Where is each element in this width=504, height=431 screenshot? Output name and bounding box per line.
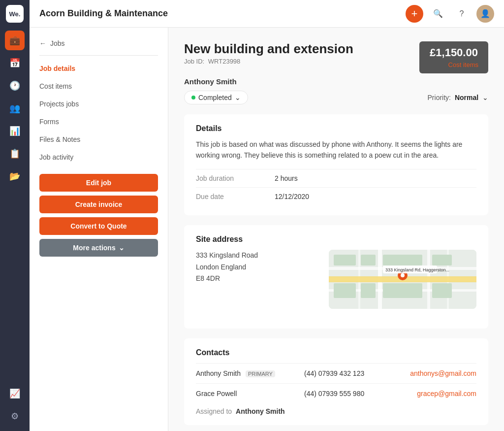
sidebar-item-files-notes[interactable]: Files & Notes (30, 131, 168, 148)
nav-chart[interactable]: 📊 (5, 121, 25, 141)
contacts-section: Contacts Anthony Smith PRIMARY (44) 0793… (184, 338, 488, 425)
svg-text:333 Kingsland Rd, Haggerston..: 333 Kingsland Rd, Haggerston... (385, 267, 449, 272)
svg-point-18 (401, 273, 405, 277)
job-id-value: WRT23998 (208, 58, 241, 65)
svg-rect-11 (383, 255, 422, 265)
svg-rect-9 (334, 255, 356, 265)
sidebar-item-job-details[interactable]: Job details (30, 60, 168, 77)
cost-items-link[interactable]: Cost items (429, 61, 478, 68)
priority-chevron-icon[interactable]: ⌄ (482, 94, 488, 101)
contact-row-0: Anthony Smith PRIMARY (44) 07939 432 123… (196, 363, 476, 383)
svg-rect-12 (432, 255, 452, 265)
site-line3: E8 4DR (196, 273, 317, 285)
due-date-value: 12/12/2020 (275, 193, 309, 200)
site-address-title: Site address (196, 235, 476, 244)
nav-briefcase[interactable]: 💼 (5, 31, 25, 50)
nav-table[interactable]: 📂 (5, 166, 25, 186)
due-date-label: Due date (196, 193, 275, 200)
back-label: Jobs (50, 39, 65, 47)
contacts-title: Contacts (196, 348, 476, 357)
contact-email-1[interactable]: gracep@gmail.com (417, 390, 476, 398)
contact-phone-0: (44) 07939 432 123 (304, 369, 410, 377)
contact-row-1: Grace Powell (44) 07939 555 980 gracep@g… (196, 383, 476, 403)
help-button[interactable]: ? (453, 5, 471, 23)
status-dot (191, 96, 195, 99)
status-label: Completed (198, 94, 232, 101)
svg-rect-16 (432, 283, 452, 298)
sidebar-item-job-activity[interactable]: Job activity (30, 148, 168, 166)
site-line2: London England (196, 262, 317, 273)
job-title: New building and extension (184, 41, 353, 57)
top-header: Acorn Building & Maintenance + 🔍 ? 👤 (30, 0, 504, 28)
more-actions-button[interactable]: More actions ⌄ (39, 239, 158, 257)
site-map[interactable]: 333 Kingsland Rd, Haggerston... (329, 250, 476, 309)
site-address-section: Site address 333 Kingsland Road London E… (184, 225, 488, 329)
nav-graph[interactable]: 📈 (5, 384, 25, 403)
sidebar-actions: Edit job Create invoice Convert to Quote… (30, 166, 168, 265)
search-button[interactable]: 🔍 (429, 5, 447, 23)
sidebar-item-forms[interactable]: Forms (30, 113, 168, 131)
svg-rect-10 (361, 255, 376, 265)
job-assignee: Anthony Smith (184, 77, 488, 86)
nav-settings[interactable]: ⚙ (5, 406, 25, 426)
status-priority-row: Completed ⌄ Priority: Normal ⌄ (184, 91, 488, 104)
cost-amount: £1,150.00 (429, 46, 478, 59)
convert-to-quote-button[interactable]: Convert to Quote (39, 217, 158, 235)
more-actions-label: More actions (73, 244, 115, 252)
site-line1: 333 Kingsland Road (196, 250, 317, 262)
user-avatar[interactable]: 👤 (476, 5, 494, 23)
status-chevron-icon: ⌄ (235, 94, 241, 101)
contact-badge-0: PRIMARY (246, 370, 275, 377)
assigned-text: Assigned to Anthony Smith (196, 407, 476, 415)
priority-label: Priority: (428, 94, 451, 101)
nav-calendar[interactable]: 📅 (5, 53, 25, 73)
back-to-jobs[interactable]: ← Jobs (30, 35, 168, 51)
app-title: Acorn Building & Maintenance (39, 8, 400, 19)
contact-email-0[interactable]: anthonys@gmail.com (410, 369, 476, 377)
app-logo: We. (6, 5, 24, 23)
contact-name-0: Anthony Smith PRIMARY (196, 369, 304, 377)
nav-list[interactable]: 📋 (5, 144, 25, 164)
contact-name-1: Grace Powell (196, 390, 304, 398)
details-section: Details This job is based on what was di… (184, 114, 488, 215)
svg-rect-13 (334, 283, 356, 298)
priority-row: Priority: Normal ⌄ (428, 94, 488, 101)
job-header: New building and extension Job ID: WRT23… (184, 41, 488, 73)
priority-value: Normal (455, 94, 478, 101)
back-arrow-icon: ← (39, 39, 46, 47)
duration-row: Job duration 2 hours (196, 169, 476, 187)
nav-clock[interactable]: 🕐 (5, 76, 25, 96)
due-date-row: Due date 12/12/2020 (196, 187, 476, 205)
details-description: This job is based on what was discussed … (196, 139, 476, 161)
main-content: New building and extension Job ID: WRT23… (168, 0, 504, 431)
nav-users[interactable]: 👥 (5, 99, 25, 118)
svg-rect-14 (361, 283, 376, 298)
edit-job-button[interactable]: Edit job (39, 174, 158, 192)
assigned-name: Anthony Smith (236, 407, 285, 415)
sidebar-item-projects-jobs[interactable]: Projects jobs (30, 95, 168, 113)
details-title: Details (196, 124, 476, 133)
chevron-down-icon: ⌄ (119, 244, 125, 252)
contact-phone-1: (44) 07939 555 980 (304, 390, 417, 398)
site-section: 333 Kingsland Road London England E8 4DR (196, 250, 476, 309)
duration-value: 2 hours (275, 174, 298, 182)
duration-label: Job duration (196, 174, 275, 182)
add-button[interactable]: + (406, 5, 423, 23)
sidebar-divider (39, 55, 158, 56)
left-sidebar: ← Jobs Job details Cost items Projects j… (30, 0, 168, 431)
svg-rect-15 (383, 283, 422, 298)
cost-box: £1,150.00 Cost items (419, 41, 488, 73)
sidebar-item-cost-items[interactable]: Cost items (30, 77, 168, 95)
status-badge[interactable]: Completed ⌄ (184, 91, 248, 104)
create-invoice-button[interactable]: Create invoice (39, 196, 158, 213)
job-id: Job ID: WRT23998 (184, 58, 353, 65)
icon-nav: We. 💼 📅 🕐 👥 📊 📋 📂 📈 ⚙ (0, 0, 30, 431)
site-address-text: 333 Kingsland Road London England E8 4DR (196, 250, 317, 309)
